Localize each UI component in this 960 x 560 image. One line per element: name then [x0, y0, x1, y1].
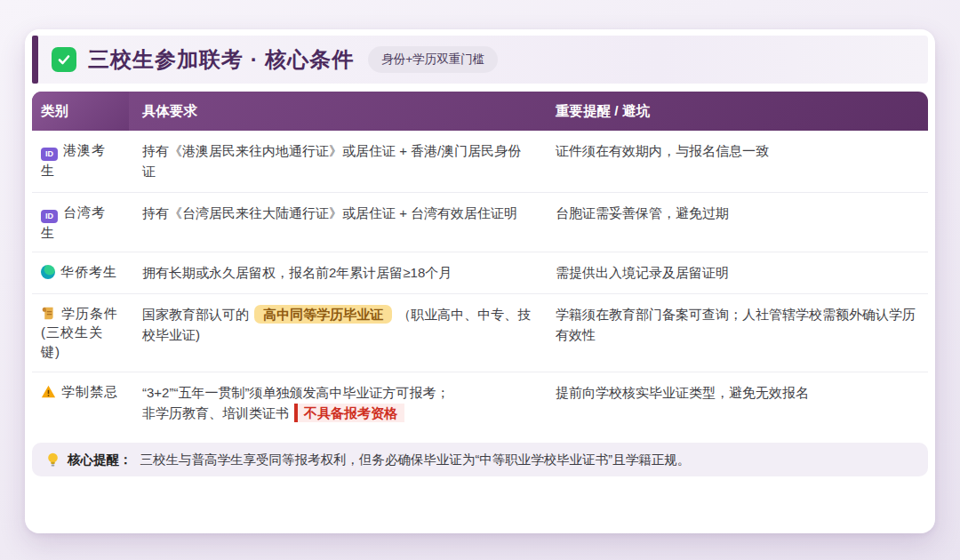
category-cell: ID台湾考生	[32, 193, 129, 252]
category-cell: ID港澳考生	[32, 131, 129, 192]
category-label: 学制禁忌	[61, 384, 118, 399]
requirement-text: 持有《港澳居民来往内地通行证》或居住证 + 香港/澳门居民身份证	[142, 143, 521, 179]
requirement-cell: 拥有长期或永久居留权，报名前2年累计居留≥18个月	[129, 252, 542, 292]
reminder-cell: 台胞证需妥善保管，避免过期	[542, 193, 928, 252]
requirement-text: 拥有长期或永久居留权，报名前2年累计居留≥18个月	[142, 265, 452, 280]
table-row: 学制禁忌 “3+2”“五年一贯制”须单独颁发高中毕业证方可报考； 非学历教育、培…	[32, 372, 928, 434]
requirement-cell: 持有《港澳居民来往内地通行证》或居住证 + 香港/澳门居民身份证	[129, 131, 542, 192]
column-header-requirement: 具体要求	[129, 92, 542, 131]
scroll-icon	[41, 306, 56, 321]
id-badge-icon: ID	[41, 210, 58, 223]
requirement-text: 持有《台湾居民来往大陆通行证》或居住证 + 台湾有效居住证明	[142, 205, 517, 220]
reminder-cell: 需提供出入境记录及居留证明	[542, 252, 928, 292]
content-card: 三校生参加联考 · 核心条件 身份+学历双重门槛 类别 具体要求 重要提醒 / …	[25, 29, 935, 533]
category-cell: 学制禁忌	[32, 372, 129, 434]
category-label: 华侨考生	[60, 264, 117, 279]
footer-note: 核心提醒： 三校生与普高学生享受同等报考权利，但务必确保毕业证为“中等职业学校毕…	[32, 443, 928, 476]
table-row: ID港澳考生 持有《港澳居民来往内地通行证》或居住证 + 香港/澳门居民身份证 …	[32, 131, 928, 193]
alert-requirement-text: 不具备报考资格	[294, 404, 404, 422]
note-text: 三校生与普高学生享受同等报考权利，但务必确保毕业证为“中等职业学校毕业证书”且学…	[140, 452, 691, 468]
category-cell: 学历条件 (三校生关键)	[32, 294, 129, 372]
accent-bar	[32, 36, 38, 84]
column-header-reminder: 重要提醒 / 避坑	[542, 92, 928, 131]
subtitle-badge: 身份+学历双重门槛	[368, 46, 498, 73]
globe-icon	[41, 265, 55, 279]
highlighted-requirement-text: 高中同等学历毕业证	[254, 305, 392, 324]
check-icon	[52, 47, 76, 72]
requirement-cell: “3+2”“五年一贯制”须单独颁发高中毕业证方可报考； 非学历教育、培训类证书不…	[129, 372, 542, 434]
table-row: ID台湾考生 持有《台湾居民来往大陆通行证》或居住证 + 台湾有效居住证明 台胞…	[32, 193, 928, 253]
reminder-cell: 证件须在有效期内，与报名信息一致	[542, 131, 928, 192]
lightbulb-icon	[46, 452, 60, 468]
requirement-cell: 国家教育部认可的 高中同等学历毕业证 （职业高中、中专、技校毕业证)	[129, 294, 542, 372]
table-body: ID港澳考生 持有《港澳居民来往内地通行证》或居住证 + 香港/澳门居民身份证 …	[32, 131, 928, 433]
reminder-cell: 学籍须在教育部门备案可查询；人社管辖学校需额外确认学历有效性	[542, 294, 928, 372]
column-header-category: 类别	[32, 92, 129, 131]
page-header: 三校生参加联考 · 核心条件 身份+学历双重门槛	[32, 36, 928, 84]
id-badge-icon: ID	[41, 148, 58, 161]
note-label: 核心提醒：	[68, 452, 132, 468]
warning-icon	[41, 384, 56, 399]
requirements-table: 类别 具体要求 重要提醒 / 避坑 ID港澳考生 持有《港澳居民来往内地通行证》…	[32, 92, 928, 433]
table-header-row: 类别 具体要求 重要提醒 / 避坑	[32, 92, 928, 131]
table-row: 学历条件 (三校生关键) 国家教育部认可的 高中同等学历毕业证 （职业高中、中专…	[32, 294, 928, 372]
page-title: 三校生参加联考 · 核心条件	[88, 45, 354, 74]
category-cell: 华侨考生	[32, 252, 129, 292]
requirement-text: 国家教育部认可的	[142, 307, 252, 322]
reminder-cell: 提前向学校核实毕业证类型，避免无效报名	[542, 372, 928, 434]
table-row: 华侨考生 拥有长期或永久居留权，报名前2年累计居留≥18个月 需提供出入境记录及…	[32, 252, 928, 293]
requirement-cell: 持有《台湾居民来往大陆通行证》或居住证 + 台湾有效居住证明	[129, 193, 542, 252]
